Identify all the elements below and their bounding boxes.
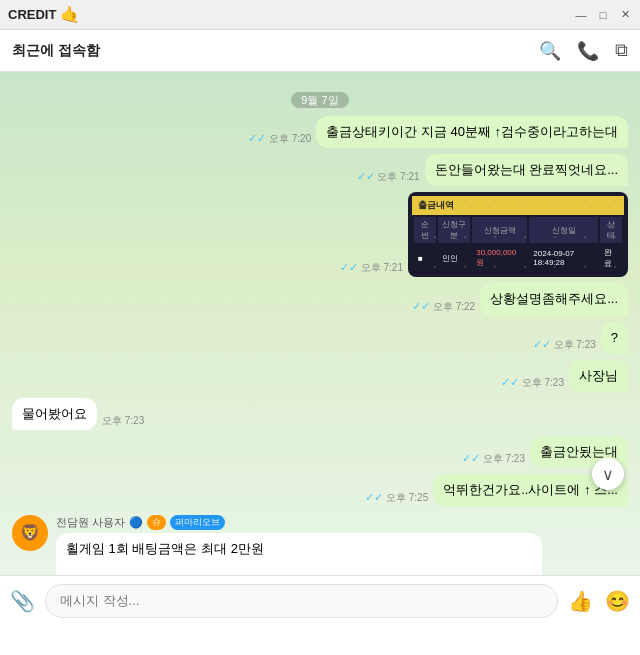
message-bubble: ?: [601, 322, 628, 354]
agent-badge: 슈: [147, 515, 166, 530]
message-time: ✓✓ 오후 7:23: [462, 452, 525, 466]
message-time: ✓✓ 오후 7:21: [340, 261, 403, 275]
maximize-button[interactable]: □: [596, 8, 610, 22]
message-time: ✓✓ 오후 7:21: [357, 170, 420, 184]
emoji-icon[interactable]: 😊: [605, 589, 630, 613]
agent-bubble: 횔게임 1회 배팅금액은 최대 2만원무료스핀 최대구입금액 1일기준 최대 2…: [56, 533, 542, 576]
message-text: 돈안들어왔는대 완료찍엇네요...: [435, 162, 618, 177]
call-icon[interactable]: 📞: [577, 40, 599, 62]
input-actions: 👍 😊: [568, 589, 630, 613]
minimize-button[interactable]: —: [574, 8, 588, 22]
screenshot-bubble: 출금내역 순번 신청구분 신청금액 신청일 상태 ■ 인인 30,000,: [408, 192, 628, 277]
app-title: CREDIT: [8, 7, 56, 22]
chat-area: 9월 7일 ✓✓ 오후 7:20 출금상태키이간 지금 40분째 ↑검수중이라고…: [0, 72, 640, 575]
like-icon[interactable]: 👍: [568, 589, 593, 613]
message-row: 물어봤어요 오후 7:23: [12, 398, 628, 430]
table-cell: 완료: [600, 245, 622, 271]
title-bar: CREDIT 🤙 — □ ✕: [0, 0, 640, 30]
agent-message-row: 🦁 전담원 사용자 🔵 슈 퍼마리오브 횔게임 1회 배팅금액은 최대 2만원무…: [12, 515, 628, 576]
scroll-to-bottom-button[interactable]: ∨: [592, 458, 624, 490]
message-time: ✓✓ 오후 7:25: [365, 491, 428, 505]
message-text: 상황설명좀해주세요...: [490, 291, 618, 306]
message-text: 출금안됬는대: [540, 444, 618, 459]
message-time: ✓✓ 오후 7:23: [533, 338, 596, 352]
screenshot-table: 순번 신청구분 신청금액 신청일 상태 ■ 인인 30,000,000 원 20…: [412, 215, 624, 273]
title-emoji: 🤙: [60, 5, 80, 24]
message-row-image: ✓✓ 오후 7:21 출금내역 순번 신청구분 신청금액 신청일 상태 ■: [12, 192, 628, 277]
message-text: 물어봤어요: [22, 406, 87, 421]
agent-sup-badge: 퍼마리오브: [170, 515, 225, 530]
table-header: 신청금액: [472, 217, 527, 243]
attach-icon[interactable]: 📎: [10, 589, 35, 613]
close-button[interactable]: ✕: [618, 8, 632, 22]
agent-name: 전담원 사용자 🔵 슈 퍼마리오브: [56, 515, 628, 530]
table-cell: ■: [414, 245, 436, 271]
table-header: 상태: [600, 217, 622, 243]
message-row: ✓✓ 오후 7:20 출금상태키이간 지금 40분째 ↑검수중이라고하는대: [12, 116, 628, 148]
message-bubble: 돈안들어왔는대 완료찍엇네요...: [425, 154, 628, 186]
screenshot-header: 출금내역: [412, 196, 624, 215]
agent-avatar: 🦁: [12, 515, 48, 551]
message-text: 억뛰한건가요..사이트에 ↑ 스...: [443, 482, 618, 497]
table-cell: 2024-09-07 18:49:28: [529, 245, 598, 271]
more-icon[interactable]: ⧉: [615, 40, 628, 62]
message-bubble: 출금상태키이간 지금 40분째 ↑검수중이라고하는대: [316, 116, 628, 148]
title-bar-left: CREDIT 🤙: [8, 5, 80, 24]
chat-header: 최근에 접속함 🔍 📞 ⧉: [0, 30, 640, 72]
search-icon[interactable]: 🔍: [539, 40, 561, 62]
message-input[interactable]: [45, 584, 558, 618]
message-time: 오후 7:23: [102, 414, 144, 428]
message-bubble: 사장님: [569, 360, 628, 392]
message-text: 출금상태키이간 지금 40분째 ↑검수중이라고하는대: [326, 124, 618, 139]
message-time: ✓✓ 오후 7:23: [501, 376, 564, 390]
table-header: 신청일: [529, 217, 598, 243]
contact-name: 최근에 접속함: [12, 42, 100, 60]
message-row: ✓✓ 오후 7:21 돈안들어왔는대 완료찍엇네요...: [12, 154, 628, 186]
message-row: ✓✓ 오후 7:23 출금안됬는대: [12, 436, 628, 468]
message-bubble: 상황설명좀해주세요...: [480, 283, 628, 315]
message-row: ✓✓ 오후 7:22 상황설명좀해주세요...: [12, 283, 628, 315]
message-row: ✓✓ 오후 7:25 억뛰한건가요..사이트에 ↑ 스...: [12, 474, 628, 506]
table-header: 신청구분: [438, 217, 471, 243]
table-cell: 30,000,000 원: [472, 245, 527, 271]
agent-emoji: 🔵: [129, 516, 143, 529]
header-actions[interactable]: 🔍 📞 ⧉: [539, 40, 628, 62]
input-bar: 📎 👍 😊: [0, 575, 640, 625]
table-header: 순번: [414, 217, 436, 243]
message-bubble: 물어봤어요: [12, 398, 97, 430]
window-controls[interactable]: — □ ✕: [574, 8, 632, 22]
date-divider: 9월 7일: [12, 90, 628, 108]
table-cell: 인인: [438, 245, 471, 271]
agent-message-text: 횔게임 1회 배팅금액은 최대 2만원무료스핀 최대구입금액 1일기준 최대 2…: [66, 541, 452, 576]
message-time: ✓✓ 오후 7:22: [412, 300, 475, 314]
message-row: ✓✓ 오후 7:23 사장님: [12, 360, 628, 392]
message-row: ✓✓ 오후 7:23 ?: [12, 322, 628, 354]
message-text: ?: [611, 330, 618, 345]
message-text: 사장님: [579, 368, 618, 383]
message-time: ✓✓ 오후 7:20: [248, 132, 311, 146]
agent-content: 전담원 사용자 🔵 슈 퍼마리오브 횔게임 1회 배팅금액은 최대 2만원무료스…: [56, 515, 628, 576]
header-info: 최근에 접속함: [12, 42, 100, 60]
